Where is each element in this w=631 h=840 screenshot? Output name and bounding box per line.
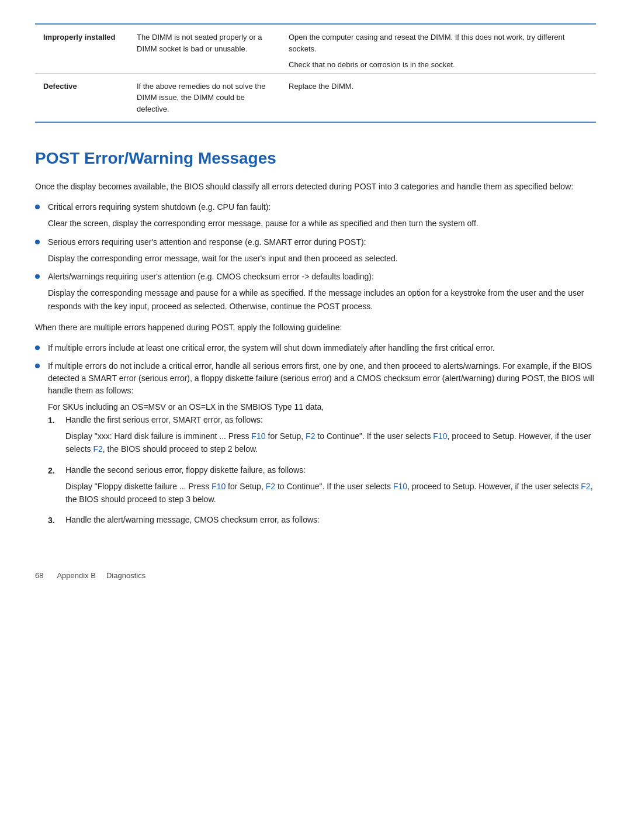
bullet-label: Critical errors requiring system shutdow… [48, 202, 271, 212]
ordered-item: 3. Handle the alert/warning message, CMO… [48, 514, 596, 527]
section-intro: Once the display becomes available, the … [35, 180, 596, 193]
list-item: Serious errors requiring user's attentio… [35, 236, 596, 265]
step-number: 3. [48, 514, 65, 527]
f2-link-2a[interactable]: F2 [266, 482, 275, 491]
f10-link-1a[interactable]: F10 [252, 431, 266, 441]
f10-link-2a[interactable]: F10 [212, 482, 226, 491]
bullet-label: Alerts/warnings requiring user's attenti… [48, 272, 374, 281]
f2-link-1a[interactable]: F2 [306, 431, 315, 441]
bullet-sub-sku: For SKUs including an OS=MSV or an OS=LX… [48, 400, 596, 413]
bullet-label: Serious errors requiring user's attentio… [48, 237, 366, 247]
step-text: Handle the alert/warning message, CMOS c… [65, 515, 320, 524]
row-label: Defective [35, 73, 129, 122]
table-row: Improperly installed The DIMM is not sea… [35, 24, 596, 73]
row-action-primary: Replace the DIMM. [280, 73, 596, 122]
bullet-icon [35, 364, 40, 368]
row-action-primary: Open the computer casing and reseat the … [289, 32, 588, 54]
step-text: Handle the second serious error, floppy … [65, 465, 306, 475]
multiple-errors-intro: When there are multiple errors happened … [35, 321, 596, 334]
step-detail: Display "xxx: Hard disk failure is immin… [65, 430, 596, 456]
list-item: If multiple errors do not include a crit… [35, 360, 596, 535]
ordered-steps: 1. Handle the first serious error, SMART… [48, 414, 596, 527]
bullet-icon [35, 240, 40, 244]
row-description: The DIMM is not seated properly or a DIM… [129, 24, 280, 73]
list-item: Critical errors requiring system shutdow… [35, 201, 596, 230]
ordered-item: 1. Handle the first serious error, SMART… [48, 414, 596, 456]
bullet-sub-text: Display the corresponding message and pa… [48, 286, 596, 313]
row-action-secondary: Check that no debris or corrosion is in … [289, 54, 588, 71]
step-number: 2. [48, 464, 65, 477]
bullet-icon [35, 205, 40, 209]
row-description: If the above remedies do not solve the D… [129, 73, 280, 122]
categories-list: Critical errors requiring system shutdow… [35, 201, 596, 313]
bullet-icon [35, 274, 40, 279]
multiple-errors-list: If multiple errors include at least one … [35, 342, 596, 535]
f10-link-1b[interactable]: F10 [433, 431, 447, 441]
step-number: 1. [48, 414, 65, 427]
page-number: 68 [35, 571, 43, 580]
bullet-label: If multiple errors include at least one … [48, 343, 495, 352]
footer-chapter: Diagnostics [106, 571, 145, 580]
table-row: Defective If the above remedies do not s… [35, 73, 596, 122]
bullet-icon [35, 345, 40, 350]
row-label: Improperly installed [35, 24, 129, 73]
step-text: Handle the first serious error, SMART er… [65, 415, 263, 424]
dimm-issue-table: Improperly installed The DIMM is not sea… [35, 23, 596, 123]
section-title: POST Error/Warning Messages [35, 146, 596, 171]
f10-link-2b[interactable]: F10 [393, 482, 407, 491]
bullet-label: If multiple errors do not include a crit… [48, 361, 595, 395]
list-item: If multiple errors include at least one … [35, 342, 596, 354]
f2-link-1b[interactable]: F2 [93, 444, 102, 454]
bullet-sub-text: Clear the screen, display the correspond… [48, 217, 596, 230]
bullet-sub-text: Display the corresponding error message,… [48, 252, 596, 265]
f2-link-2b[interactable]: F2 [581, 482, 590, 491]
ordered-item: 2. Handle the second serious error, flop… [48, 464, 596, 506]
list-item: Alerts/warnings requiring user's attenti… [35, 271, 596, 313]
footer-appendix: Appendix B [57, 571, 96, 580]
step-detail: Display "Floppy diskette failure ... Pre… [65, 480, 596, 506]
footer: 68 Appendix B Diagnostics [35, 570, 596, 582]
